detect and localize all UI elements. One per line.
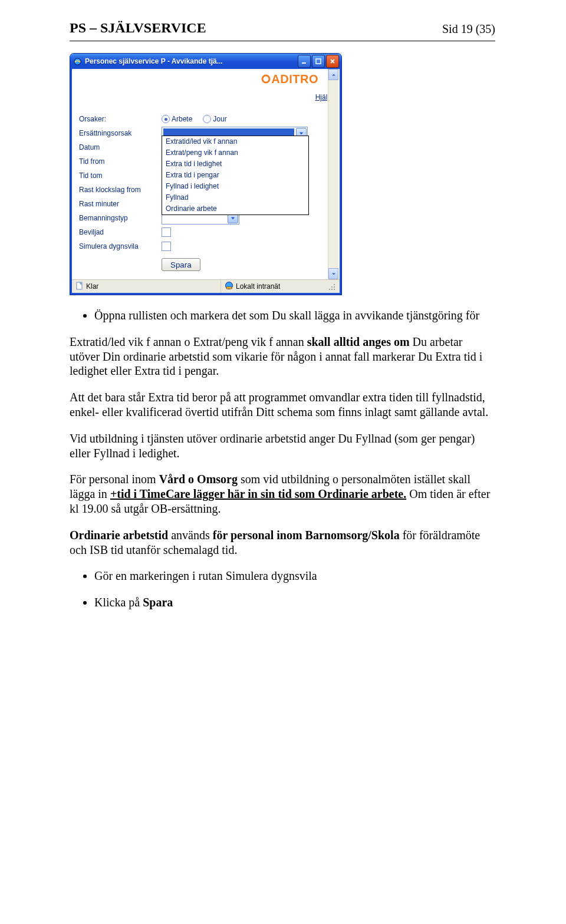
beviljad-checkbox[interactable] [162, 227, 171, 237]
tid-from-label: Tid from [79, 157, 162, 166]
window-maximize-button[interactable] [312, 55, 325, 68]
orsaker-jour-radio[interactable] [203, 115, 211, 123]
paragraph: Extratid/led vik f annan o Extrat/peng v… [70, 335, 495, 378]
dropdown-option[interactable]: Extra tid i pengar [162, 170, 308, 181]
dropdown-option[interactable]: Extra tid i ledighet [162, 159, 308, 170]
rast-minuter-label: Rast minuter [79, 200, 162, 208]
resize-grip-icon[interactable] [327, 282, 336, 291]
dropdown-option[interactable]: Extrat/peng vik f annan [162, 147, 308, 159]
svg-rect-6 [226, 287, 232, 289]
beviljad-label: Beviljad [79, 228, 162, 236]
bullet-item: Klicka på Spara [94, 595, 495, 610]
bullet-item: Gör en markeringen i rutan Simulera dygn… [94, 569, 495, 583]
dialog-title-text: Personec självservice P - Avvikande tjä.… [85, 57, 297, 65]
ie-icon [73, 57, 82, 66]
intranet-icon [225, 281, 233, 292]
svg-rect-2 [316, 59, 321, 64]
bemanningstyp-label: Bemanningstyp [79, 214, 162, 222]
brand-logo: ADITRO [261, 72, 318, 87]
orsaker-row: Orsaker: Arbete Jour [79, 112, 335, 126]
doc-title: PS – SJÄLVSERVICE [70, 20, 206, 36]
spara-button[interactable]: Spara [162, 258, 200, 271]
dropdown-option[interactable]: Ordinarie arbete [162, 203, 308, 214]
dialog-statusbar: Klar Lokalt intranät [72, 279, 340, 293]
svg-point-3 [262, 75, 269, 82]
orsaker-arbete-radio[interactable] [162, 115, 170, 123]
dialog-form: Orsaker: Arbete Jour Ersättningsorsak [75, 108, 336, 279]
simulera-label: Simulera dygnsvila [79, 242, 162, 250]
paragraph: För personal inom Vård o Omsorg som vid … [70, 472, 495, 516]
status-zone-text: Lokalt intranät [236, 282, 280, 291]
document-body: Öppna rullisten och markera det som Du s… [70, 308, 495, 610]
paragraph: Ordinarie arbetstid används för personal… [70, 528, 495, 557]
orsaker-jour-label: Jour [213, 115, 226, 123]
orsaker-arbete-label: Arbete [172, 115, 192, 123]
dropdown-option[interactable]: Fyllnad [162, 192, 308, 203]
orsaker-label: Orsaker: [79, 115, 162, 123]
ersattningsorsak-dropdown: Extratid/led vik f annan Extrat/peng vik… [162, 136, 309, 215]
paragraph: Att det bara står Extra tid beror på att… [70, 390, 495, 420]
status-ready-text: Klar [86, 282, 98, 291]
window-minimize-button[interactable] [298, 55, 311, 68]
tid-tom-label: Tid tom [79, 171, 162, 180]
dropdown-option[interactable]: Fyllnad i ledighet [162, 181, 308, 192]
window-close-button[interactable] [326, 55, 339, 68]
svg-rect-1 [302, 62, 306, 64]
datum-label: Datum [79, 143, 162, 151]
header-rule [70, 41, 495, 41]
dialog-titlebar[interactable]: Personec självservice P - Avvikande tjä.… [70, 54, 341, 69]
dialog-window: Personec självservice P - Avvikande tjä.… [70, 53, 342, 295]
ie-page-icon [75, 282, 84, 292]
rast-klockslag-from-label: Rast klockslag from [79, 186, 162, 194]
bullet-item: Öppna rullisten och markera det som Du s… [94, 308, 495, 323]
paragraph: Vid utbildning i tjänsten utöver ordinar… [70, 431, 495, 461]
ersattningsorsak-label: Ersättningsorsak [79, 129, 162, 137]
dropdown-option[interactable]: Extratid/led vik f annan [162, 136, 308, 147]
simulera-checkbox[interactable] [162, 242, 171, 251]
page-number: Sid 19 (35) [442, 22, 495, 36]
scroll-up-button[interactable] [328, 69, 338, 80]
